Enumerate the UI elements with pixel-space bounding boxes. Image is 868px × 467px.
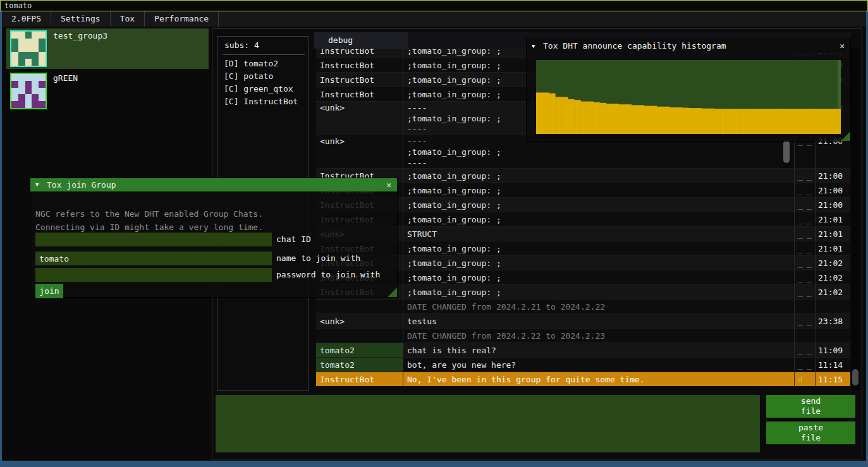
tab-debug[interactable]: debug [314,32,408,49]
chat-scrollbar-thumb[interactable] [852,369,859,385]
dht-histogram-window-titlebar[interactable]: ▼ Tox DHT announce capability histogram … [527,39,850,53]
join-group-window-titlebar[interactable]: ▼ Tox join Group ✕ [30,178,397,191]
message-input[interactable] [216,395,760,452]
name-to-join-with-field[interactable] [35,252,272,265]
resize-grip[interactable] [388,288,397,297]
chat-row-time: 21:00 [816,169,850,183]
fps-status: 2.0FPS [2,11,51,27]
group-avatar [10,73,47,109]
subs-separator [223,54,305,55]
chat-row-time: 21:01 [816,212,850,226]
chat-row-message: STRUCT [403,227,795,241]
chat-row-time: 11:14 [816,358,850,372]
join-info-line: Connecting via ID might take a very long… [35,222,263,232]
chat-row-name: <unk> [316,314,403,328]
chat-row-name: InstructBot [316,49,403,58]
chat-row[interactable]: tomato2bot, are you new here?__11:14 [316,357,850,372]
chat-row-flags: __ [795,343,816,357]
chat-row-time: 21:00 [816,183,850,197]
menu-item-tox[interactable]: Tox [111,11,145,27]
chat-row-name: <unk> [316,102,403,135]
chat-row[interactable]: DATE CHANGED from 2024.2.22 to 2024.2.23 [316,328,850,343]
chat-row-message: ;tomato_in_group: ; [403,241,795,255]
resize-grip[interactable] [841,131,850,141]
chat-row[interactable]: tomato2chat is this real?__11:09 [316,343,850,357]
collapse-arrow-icon[interactable]: ▼ [35,178,39,191]
chat-row-flags: __ [795,241,816,255]
chat-row-time: 21:01 [816,227,850,241]
histogram-bars [536,60,841,134]
chat-row-flags: __ [795,314,816,328]
chat-row-time: 21:00 [816,198,850,212]
close-icon[interactable]: ✕ [386,178,391,191]
chat-scrollbar[interactable] [851,49,860,390]
chat-row-flags: __ [795,285,816,299]
chat-row-time: 21:02 [816,285,850,299]
subs-member-list: [D] tomato2[C] potato[C] green_qtox[C] I… [224,58,298,108]
histogram-plot[interactable] [536,60,841,134]
subs-member: [C] green_qtox [224,83,298,95]
chat-row-name: tomato2 [316,343,403,357]
collapse-arrow-icon[interactable]: ▼ [532,39,535,53]
chat-row-flags [795,300,816,313]
chat-row-flags: __ [795,169,816,183]
chat-row-time: 11:09 [816,343,850,357]
chat-row-name [316,300,403,313]
group-name-label: test_group3 [53,31,107,40]
subs-member: [D] tomato2 [224,58,298,70]
chat-row-time [816,300,850,313]
chat-id-label: chat ID [276,234,311,244]
chat-row-message: testus [403,314,795,328]
chat-row[interactable]: DATE CHANGED from 2024.2.21 to 2024.2.22 [316,299,850,313]
chat-row-time: 21:01 [816,241,850,255]
chat-row-name: <unk> [316,135,403,168]
subs-member: [C] InstructBot [224,95,298,108]
menu-item-performance[interactable]: Performance [145,11,219,27]
chat-row[interactable]: <unk>testus__23:38 [316,313,850,328]
chat-row-message: No, I've been in this group for quite so… [403,372,795,386]
chat-row-message: ;tomato_in_group: ; [403,198,795,212]
window-frame-bottom [0,461,868,467]
group-item-test-group3[interactable]: test_group3 [6,28,209,69]
join-group-window: ▼ Tox join Group ✕ NGC refers to the New… [30,178,397,297]
app-window: tomato 2.0FPSSettingsToxPerformance test… [0,0,868,467]
menu-item-settings[interactable]: Settings [51,11,111,27]
chat-row-flags [795,329,816,343]
chat-row-message: ;tomato_in_group: ; [403,169,795,183]
window-titlebar[interactable]: tomato [0,0,868,11]
chat-row-flags: __ [795,198,816,212]
chat-row-message: ;tomato_in_group: ; [403,183,795,197]
join-group-window-body: NGC refers to the New DHT enabled Group … [30,191,397,297]
chat-row-flags: __ [795,256,816,270]
dht-histogram-window: ▼ Tox DHT announce capability histogram … [527,39,850,141]
chat-row-message: ;tomato_in_group: ; [403,212,795,226]
chat-row-name: tomato2 [316,358,403,372]
chat-row-message: ;tomato_in_group: ; [403,270,795,284]
message-cell-scrollbar[interactable] [782,136,791,168]
join-button[interactable]: join [35,284,63,298]
chat-row-name: InstructBot [316,58,403,72]
chat-row-flags: __ [795,270,816,284]
subs-member: [C] potato [224,70,298,83]
message-cell-scrollbar-thumb[interactable] [783,140,790,163]
chat-row[interactable]: InstructBotNo, I've been in this group f… [316,372,850,386]
chat-row-message: chat is this real? [403,343,795,357]
chat-row-message: DATE CHANGED from 2024.2.22 to 2024.2.23 [403,329,795,343]
group-item-green[interactable]: gREEN [6,71,209,111]
send-file-button[interactable]: send file [766,395,855,418]
chat-row-time [816,329,850,343]
chat-row-flags: __ [795,183,816,197]
chat-row-time: 23:38 [816,314,850,328]
group-avatar [10,30,47,67]
password-to-join-with-label: password to join with [276,270,380,279]
chat-row-flags: __ [795,212,816,226]
chat-id-field[interactable] [35,233,272,246]
join-info-line: NGC refers to the New DHT enabled Group … [35,209,263,219]
chat-row-time: 21:02 [816,256,850,270]
window-title: tomato [4,1,32,10]
close-icon[interactable]: ✕ [840,39,845,53]
chat-row-flags: __ [795,358,816,372]
chat-row-time: 21:02 [816,270,850,284]
paste-file-button[interactable]: paste file [766,422,855,444]
password-to-join-with-field[interactable] [35,268,272,282]
